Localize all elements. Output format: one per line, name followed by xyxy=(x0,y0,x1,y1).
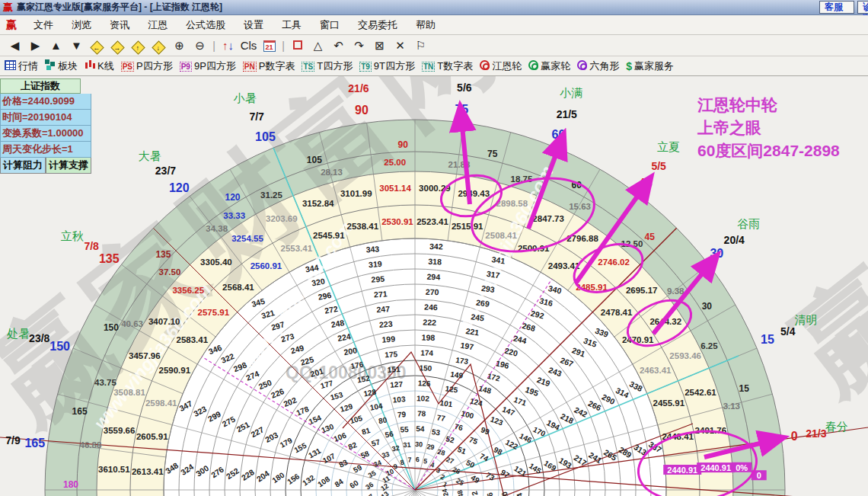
date-label-150: 23/8 xyxy=(29,332,49,344)
function-toolbar: 行情板块K线PSP四方形P99P四方形PNP数字表TST四方形T99T四方形TN… xyxy=(0,56,868,76)
toolbar-label-winner-service: 赢家服务 xyxy=(634,59,674,73)
toolbar-item-gann-wheel[interactable]: 江恩轮 xyxy=(480,59,522,73)
menu-item-7[interactable]: 窗口 xyxy=(311,15,349,35)
winner-wheel-icon xyxy=(528,60,538,72)
toolbar-separator: | xyxy=(210,40,218,52)
toolbar-item-quotes[interactable]: 行情 xyxy=(5,59,38,73)
quote-panel: 上证指数 价格=2440.9099时间=20190104变换系数=1.00000… xyxy=(0,78,91,174)
svg-text:174: 174 xyxy=(420,348,433,357)
svg-text:33.33: 33.33 xyxy=(223,211,245,220)
date-label-15: 5/4 xyxy=(780,325,796,338)
fit-tool-icon[interactable]: ✕ xyxy=(390,39,410,53)
svg-text:3305.40: 3305.40 xyxy=(200,258,232,267)
svg-text:2898.58: 2898.58 xyxy=(496,199,528,208)
toolbar-item-hexagon[interactable]: 六角形 xyxy=(577,59,619,73)
toolbar-item-9t-square[interactable]: T99T四方形 xyxy=(359,59,415,73)
toolbar-label-quotes: 行情 xyxy=(18,59,38,73)
date-label-135: 7/8 xyxy=(84,240,99,252)
svg-text:221: 221 xyxy=(465,326,480,337)
zoom-in-icon[interactable]: ⊕ xyxy=(169,39,190,53)
svg-text:29: 29 xyxy=(426,443,435,451)
toolbar-item-kline[interactable]: K线 xyxy=(85,59,114,73)
diamond-right-icon[interactable]: → xyxy=(107,39,128,52)
boxed-x-tool-icon[interactable]: ⊠ xyxy=(369,39,390,53)
date-label-30: 20/4 xyxy=(724,234,745,246)
arc-right-tool-icon[interactable]: ↷ xyxy=(349,39,369,53)
menu-item-8[interactable]: 交易委托 xyxy=(349,15,407,35)
svg-text:3356.25: 3356.25 xyxy=(172,286,204,295)
calendar-icon[interactable]: 21 xyxy=(259,39,279,52)
svg-text:318: 318 xyxy=(428,257,442,267)
customer-service-button[interactable]: 客服 xyxy=(819,1,854,14)
svg-text:2455.91: 2455.91 xyxy=(653,398,685,408)
svg-text:341: 341 xyxy=(491,254,506,265)
toolbar-item-p-square[interactable]: PSP四方形 xyxy=(121,59,173,73)
winner-service-icon: $ xyxy=(626,60,632,72)
svg-text:294: 294 xyxy=(426,272,440,282)
svg-text:3254.55: 3254.55 xyxy=(231,234,263,243)
date-label-120: 23/7 xyxy=(155,165,176,177)
diamond-up-icon[interactable]: ↑ xyxy=(128,39,148,52)
toolbar-item-winner-wheel[interactable]: 赢家轮 xyxy=(528,59,570,73)
rotate-up-icon[interactable]: ▲ xyxy=(46,39,66,52)
menu-item-9[interactable]: 帮助 xyxy=(407,15,445,35)
panel-row-1: 时间=20190104 xyxy=(0,110,91,126)
toolbar-label-hexagon: 六角形 xyxy=(589,59,619,73)
flag-tool-icon[interactable]: ⚐ xyxy=(410,39,431,53)
toolbar-item-t-square[interactable]: TST四方形 xyxy=(302,59,353,73)
toolbar-item-9p-square[interactable]: P99P四方形 xyxy=(180,59,236,73)
svg-text:295: 295 xyxy=(371,274,385,284)
triangle-tool-icon[interactable]: △ xyxy=(308,39,328,53)
svg-text:0%: 0% xyxy=(736,463,748,472)
diamond-left-icon[interactable]: ← xyxy=(87,39,107,52)
back-icon[interactable]: ◀ xyxy=(5,39,25,53)
svg-text:101: 101 xyxy=(439,398,453,408)
menu-item-1[interactable]: 浏览 xyxy=(62,15,101,35)
menu-item-6[interactable]: 工具 xyxy=(273,15,311,35)
diamond-down-icon[interactable]: ↓ xyxy=(148,39,169,52)
svg-text:77: 77 xyxy=(436,413,446,423)
svg-text:2530.91: 2530.91 xyxy=(381,217,413,226)
toolbar-item-p-table[interactable]: PNP数字表 xyxy=(243,59,295,73)
zoom-out-icon[interactable]: ⊖ xyxy=(190,39,210,53)
svg-text:102: 102 xyxy=(416,394,429,403)
svg-text:342: 342 xyxy=(429,242,443,251)
toolbar-item-t-table[interactable]: TNT数字表 xyxy=(422,59,473,73)
rotate-down-icon[interactable]: ▼ xyxy=(66,39,87,52)
calc-support-button[interactable]: 计算支撑 xyxy=(46,158,91,174)
svg-text:173: 173 xyxy=(455,356,469,366)
cls-button-icon[interactable]: Cls xyxy=(238,39,259,52)
svg-text:7: 7 xyxy=(407,456,412,463)
degree-label-15: 15 xyxy=(761,333,774,346)
toolbar-item-winner-service[interactable]: $赢家服务 xyxy=(626,59,674,73)
menu-logo-icon: 赢 xyxy=(6,18,17,32)
svg-text:3559.66: 3559.66 xyxy=(104,426,136,435)
date-label-60: 21/5 xyxy=(557,108,577,120)
svg-text:55: 55 xyxy=(400,425,409,434)
wheel-annotation: 江恩轮中轮 上帝之眼 60度区间2847-2898 xyxy=(697,94,840,162)
menu-item-0[interactable]: 文件 xyxy=(24,15,62,35)
svg-text:103: 103 xyxy=(392,395,406,404)
forward-icon[interactable]: ▶ xyxy=(25,39,46,53)
menu-item-3[interactable]: 江恩 xyxy=(139,15,177,35)
svg-text:2598.41: 2598.41 xyxy=(145,398,177,408)
svg-text:31: 31 xyxy=(403,441,411,450)
svg-text:126: 126 xyxy=(418,379,431,388)
t-square-icon: TS xyxy=(302,60,314,72)
rect-tool-icon[interactable] xyxy=(287,39,308,52)
calc-resistance-button[interactable]: 计算阻力 xyxy=(0,158,46,174)
9p-square-icon: P9 xyxy=(180,60,192,72)
svg-text:2583.41: 2583.41 xyxy=(177,335,209,344)
application-window: 赢家财富网赢www.yingjia360.comwww.yingjia360.c… xyxy=(0,0,868,496)
svg-text:3152.84: 3152.84 xyxy=(302,199,334,208)
toolbar-label-t-table: T数字表 xyxy=(437,59,473,73)
menu-item-4[interactable]: 公式选股 xyxy=(177,15,235,35)
toolbar-item-sectors[interactable]: 板块 xyxy=(45,59,78,73)
updown-arrows-icon[interactable]: ↑↓ xyxy=(218,39,238,52)
svg-text:6.25: 6.25 xyxy=(700,341,718,350)
diagnose-button[interactable]: 诊断 xyxy=(857,1,868,14)
menu-item-5[interactable]: 设置 xyxy=(235,15,273,35)
svg-text:2440.91: 2440.91 xyxy=(700,463,731,472)
arc-left-tool-icon[interactable]: ↶ xyxy=(328,39,349,53)
menu-item-2[interactable]: 资讯 xyxy=(101,15,139,35)
